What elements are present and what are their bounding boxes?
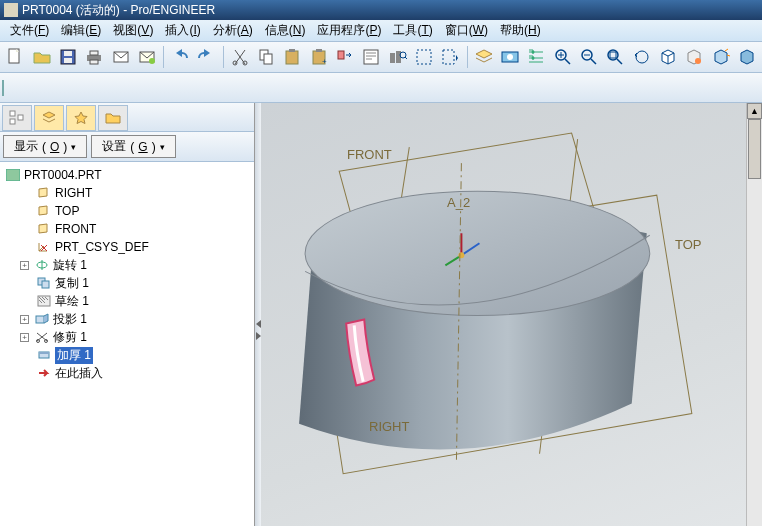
tree-root[interactable]: PRT0004.PRT bbox=[2, 166, 252, 184]
tab-tree[interactable] bbox=[2, 105, 32, 131]
menu-insert[interactable]: 插入(I) bbox=[159, 20, 206, 41]
expand-icon[interactable]: + bbox=[20, 315, 29, 324]
show-dropdown[interactable]: 显示(O) bbox=[3, 135, 87, 158]
plane-icon bbox=[37, 223, 51, 235]
saved-view-button[interactable] bbox=[656, 44, 680, 70]
menu-tools[interactable]: 工具(T) bbox=[387, 20, 438, 41]
svg-point-29 bbox=[532, 57, 535, 60]
shaded-button[interactable] bbox=[2, 80, 4, 96]
undo-button[interactable] bbox=[168, 44, 192, 70]
tab-layers[interactable] bbox=[34, 105, 64, 131]
tree-item-6[interactable]: 草绘 1 bbox=[2, 292, 252, 310]
view-manager-button[interactable] bbox=[498, 44, 522, 70]
svg-point-46 bbox=[45, 340, 48, 343]
tree-item-0[interactable]: RIGHT bbox=[2, 184, 252, 202]
svg-rect-44 bbox=[36, 316, 44, 323]
menu-window[interactable]: 窗口(W) bbox=[439, 20, 494, 41]
svg-point-11 bbox=[243, 61, 247, 65]
zoom-in-button[interactable] bbox=[550, 44, 574, 70]
datum-label-right: RIGHT bbox=[369, 419, 409, 434]
svg-rect-3 bbox=[64, 58, 72, 63]
svg-point-9 bbox=[149, 58, 155, 64]
svg-rect-25 bbox=[443, 50, 454, 64]
select-button[interactable] bbox=[412, 44, 436, 70]
datum-label-axis: A_2 bbox=[447, 195, 470, 210]
svg-point-45 bbox=[37, 340, 40, 343]
tab-folder[interactable] bbox=[98, 105, 128, 131]
paste-button[interactable] bbox=[280, 44, 304, 70]
menu-edit[interactable]: 编辑(E) bbox=[55, 20, 107, 41]
regenerate-button[interactable] bbox=[333, 44, 357, 70]
properties-button[interactable] bbox=[359, 44, 383, 70]
svg-rect-15 bbox=[289, 49, 295, 52]
zoom-fit-button[interactable] bbox=[603, 44, 627, 70]
save-button[interactable] bbox=[56, 44, 80, 70]
svg-point-34 bbox=[695, 58, 701, 64]
print-button[interactable] bbox=[82, 44, 106, 70]
svg-rect-5 bbox=[90, 51, 98, 55]
layers-button[interactable] bbox=[471, 44, 495, 70]
menu-bar: 文件(F) 编辑(E) 视图(V) 插入(I) 分析(A) 信息(N) 应用程序… bbox=[0, 20, 762, 42]
tree-item-3[interactable]: PRT_CSYS_DEF bbox=[2, 238, 252, 256]
enhanced-button[interactable] bbox=[709, 44, 733, 70]
viewport-scrollbar[interactable]: ▲ ▼ bbox=[746, 103, 762, 526]
render-button[interactable] bbox=[735, 44, 759, 70]
menu-view[interactable]: 视图(V) bbox=[107, 20, 159, 41]
tree-item-5[interactable]: 复制 1 bbox=[2, 274, 252, 292]
expand-icon[interactable]: + bbox=[20, 333, 29, 342]
zoom-out-button[interactable] bbox=[577, 44, 601, 70]
model-tree[interactable]: PRT0004.PRT RIGHTTOPFRONTPRT_CSYS_DEF+旋转… bbox=[0, 162, 254, 526]
model-tree-button[interactable] bbox=[524, 44, 548, 70]
svg-point-28 bbox=[532, 51, 535, 54]
menu-app[interactable]: 应用程序(P) bbox=[311, 20, 387, 41]
tree-item-1[interactable]: TOP bbox=[2, 202, 252, 220]
tree-item-7[interactable]: +投影 1 bbox=[2, 310, 252, 328]
paste-special-button[interactable]: + bbox=[307, 44, 331, 70]
svg-rect-38 bbox=[18, 115, 23, 120]
tree-item-10[interactable]: 在此插入 bbox=[2, 364, 252, 382]
tree-item-9[interactable]: 加厚 1 bbox=[2, 346, 252, 364]
svg-rect-14 bbox=[286, 51, 298, 64]
workspace: 显示(O) 设置(G) PRT0004.PRT RIGHTTOPFRONTPRT… bbox=[0, 103, 762, 526]
tree-item-4[interactable]: +旋转 1 bbox=[2, 256, 252, 274]
cut-button[interactable] bbox=[227, 44, 251, 70]
reorient-button[interactable] bbox=[629, 44, 653, 70]
new-button[interactable] bbox=[3, 44, 27, 70]
svg-text:+: + bbox=[322, 57, 327, 66]
copy-icon bbox=[37, 277, 51, 289]
svg-rect-6 bbox=[90, 60, 98, 64]
csys-icon bbox=[37, 241, 51, 253]
svg-rect-33 bbox=[610, 52, 616, 58]
redo-button[interactable] bbox=[194, 44, 218, 70]
part-icon bbox=[6, 169, 20, 181]
spin-center-button[interactable] bbox=[682, 44, 706, 70]
svg-point-49 bbox=[305, 191, 650, 315]
thicken-icon bbox=[37, 349, 51, 361]
select-dropdown[interactable] bbox=[438, 44, 462, 70]
svg-rect-48 bbox=[39, 352, 49, 354]
svg-rect-17 bbox=[316, 49, 322, 52]
menu-analysis[interactable]: 分析(A) bbox=[207, 20, 259, 41]
tab-favorites[interactable] bbox=[66, 105, 96, 131]
send-button[interactable] bbox=[135, 44, 159, 70]
svg-rect-13 bbox=[264, 54, 272, 64]
datum-label-front: FRONT bbox=[347, 147, 392, 162]
svg-point-53 bbox=[458, 252, 464, 258]
open-button[interactable] bbox=[29, 44, 53, 70]
email-button[interactable] bbox=[108, 44, 132, 70]
project-icon bbox=[35, 313, 49, 325]
svg-rect-37 bbox=[10, 119, 15, 124]
sidebar-tabs bbox=[0, 103, 254, 132]
tree-item-8[interactable]: +修剪 1 bbox=[2, 328, 252, 346]
tree-item-2[interactable]: FRONT bbox=[2, 220, 252, 238]
menu-help[interactable]: 帮助(H) bbox=[494, 20, 547, 41]
copy-button[interactable] bbox=[254, 44, 278, 70]
svg-rect-20 bbox=[364, 50, 378, 64]
settings-dropdown[interactable]: 设置(G) bbox=[91, 135, 175, 158]
svg-rect-19 bbox=[338, 51, 344, 59]
menu-info[interactable]: 信息(N) bbox=[259, 20, 312, 41]
find-button[interactable] bbox=[386, 44, 410, 70]
menu-file[interactable]: 文件(F) bbox=[4, 20, 55, 41]
expand-icon[interactable]: + bbox=[20, 261, 29, 270]
viewport-3d[interactable]: FRONT RIGHT TOP A_2 BBS.CHINADE.NET ▲ ▼ bbox=[261, 103, 762, 526]
